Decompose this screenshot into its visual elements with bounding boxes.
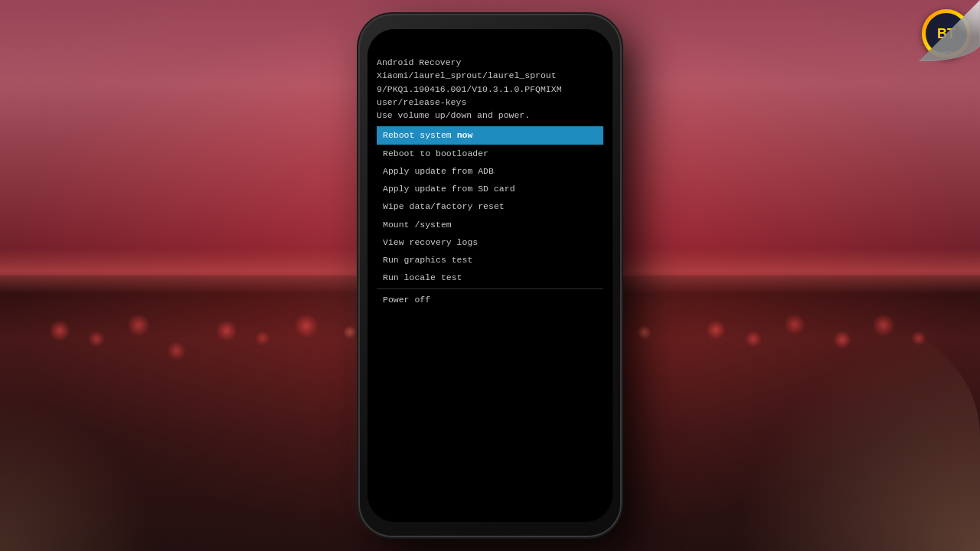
hand-left xyxy=(0,398,153,551)
phone-screen: Android Recovery Xiaomi/laurel_sprout/la… xyxy=(368,29,612,522)
page-curl xyxy=(919,0,980,61)
header-line4: user/release-keys xyxy=(377,96,603,109)
phone-notch xyxy=(459,29,521,46)
header-line3: 9/PKQ1.190416.001/V10.3.1.0.PFQMIXM xyxy=(377,83,603,96)
recovery-header: Android Recovery Xiaomi/laurel_sprout/la… xyxy=(377,56,603,122)
menu-item-label: Reboot to bootloader xyxy=(383,148,488,158)
menu-item-label: Apply update from ADB xyxy=(383,166,494,176)
bokeh-light xyxy=(706,320,726,340)
header-line5: Use volume up/down and power. xyxy=(377,109,603,122)
recovery-menu: Reboot system now Reboot to bootloader A… xyxy=(377,126,603,308)
menu-item-run-graphics-test[interactable]: Run graphics test xyxy=(377,251,603,269)
menu-item-label: Mount /system xyxy=(383,220,452,230)
bokeh-light xyxy=(88,331,105,347)
bokeh-light xyxy=(255,331,270,346)
menu-item-label: Run graphics test xyxy=(383,255,472,265)
menu-item-label: Run locale test xyxy=(383,272,462,282)
menu-item-view-recovery-logs[interactable]: View recovery logs xyxy=(377,233,603,251)
bokeh-light xyxy=(167,341,186,360)
bokeh-light xyxy=(784,314,805,335)
phone-body: Android Recovery Xiaomi/laurel_sprout/la… xyxy=(360,15,620,536)
bokeh-light xyxy=(49,320,70,341)
menu-item-highlight: now xyxy=(457,130,473,140)
menu-item-wipe-data[interactable]: Wipe data/factory reset xyxy=(377,197,603,215)
menu-item-label: Apply update from SD card xyxy=(383,184,515,194)
menu-item-label: Power off xyxy=(383,295,430,305)
bokeh-light xyxy=(216,320,237,341)
menu-item-label: View recovery logs xyxy=(383,237,478,247)
menu-item-power-off[interactable]: Power off xyxy=(377,291,603,308)
phone-wrapper: Android Recovery Xiaomi/laurel_sprout/la… xyxy=(276,0,704,551)
menu-item-run-locale-test[interactable]: Run locale test xyxy=(377,269,603,286)
header-line1: Android Recovery xyxy=(377,56,603,69)
bokeh-light xyxy=(745,331,762,347)
menu-item-reboot-system[interactable]: Reboot system now xyxy=(377,126,603,144)
menu-item-label: Reboot system now xyxy=(383,130,472,140)
menu-item-apply-adb[interactable]: Apply update from ADB xyxy=(377,162,603,180)
menu-item-reboot-bootloader[interactable]: Reboot to bootloader xyxy=(377,145,603,162)
screen-content: Android Recovery Xiaomi/laurel_sprout/la… xyxy=(368,29,612,522)
menu-item-label: Wipe data/factory reset xyxy=(383,201,505,211)
bokeh-light xyxy=(127,314,150,337)
header-line2: Xiaomi/laurel_sprout/laurel_sprout xyxy=(377,69,603,82)
menu-divider xyxy=(377,289,603,289)
menu-item-mount-system[interactable]: Mount /system xyxy=(377,216,603,233)
menu-item-apply-sdcard[interactable]: Apply update from SD card xyxy=(377,180,603,197)
hand-right xyxy=(735,321,980,551)
